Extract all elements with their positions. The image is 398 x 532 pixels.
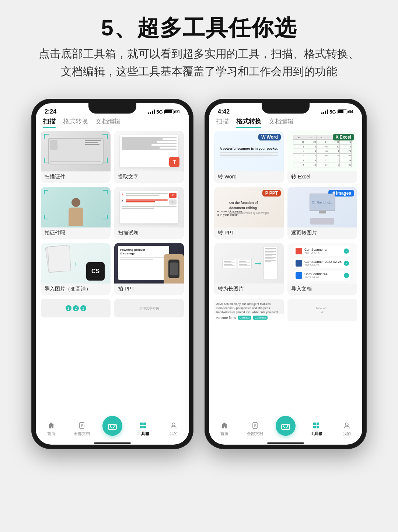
page-mini-2 bbox=[238, 258, 252, 268]
file-icon-pdf-1 bbox=[296, 248, 302, 254]
nav-camera-right[interactable] bbox=[275, 422, 297, 436]
grid-item-long[interactable]: → bbox=[214, 243, 284, 295]
nav-home-label-right: 首页 bbox=[220, 431, 228, 437]
partial-restore: All AI behind many our intelligent featu… bbox=[214, 299, 284, 321]
partial-left-2: 水印文字示例 bbox=[114, 299, 184, 317]
signal-label-right: 5G bbox=[329, 109, 336, 115]
bar4 bbox=[154, 109, 155, 114]
notch-right bbox=[262, 103, 310, 114]
ppt-label: 转 PPT bbox=[214, 227, 284, 239]
file-name-3: CamScanner44 bbox=[304, 272, 342, 276]
grid-item-images[interactable]: 🖼 Images On the funct... bbox=[287, 187, 357, 239]
camera-btn-left[interactable] bbox=[102, 416, 122, 436]
scan-id-image bbox=[41, 131, 111, 171]
status-icons-right: 5G 64 bbox=[321, 109, 353, 115]
phones-row: 2:24 5G 91 bbox=[31, 99, 367, 449]
grid-item-portrait[interactable]: 拍证件照 bbox=[41, 187, 111, 239]
notch-left bbox=[88, 103, 136, 114]
tools-icon-right bbox=[312, 421, 321, 430]
tab-edit-left[interactable]: 文档编辑 bbox=[95, 117, 121, 128]
rbar4 bbox=[327, 109, 328, 114]
restore-tag-2: Contrast bbox=[253, 316, 268, 320]
partial-items-left: 1 2 3 水印文字示例 bbox=[41, 299, 184, 317]
file-date-1: 2021-12-15 bbox=[304, 251, 342, 255]
nav-tools-right[interactable]: 工具箱 bbox=[305, 421, 327, 437]
subtitle: 点击底部工具箱，就可以看到超多实用的工具，扫描、格式转换、 文档编辑，这些工具基… bbox=[39, 45, 359, 80]
import-image: CamScanner a 2021-12-15 ✓ CamScanne bbox=[287, 243, 357, 284]
grid-item-ppt-shoot[interactable]: Powering product& strategy bbox=[114, 243, 184, 295]
title-section: 5、超多工具任你选 点击底部工具箱，就可以看到超多实用的工具，扫描、格式转换、 … bbox=[39, 15, 359, 80]
nav-camera-left[interactable] bbox=[101, 422, 123, 436]
nav-tools-left[interactable]: 工具箱 bbox=[132, 421, 154, 437]
tab-convert-left[interactable]: 格式转换 bbox=[63, 117, 88, 128]
keyboard-icon bbox=[310, 218, 334, 225]
file-list: CamScanner a 2021-12-15 ✓ CamScanne bbox=[291, 244, 353, 283]
file-item-3: CamScanner44 2003-01-03 bbox=[293, 271, 351, 281]
pages-graphic bbox=[221, 257, 253, 270]
grid-item-word[interactable]: W Word A powerful scanner is in your poc… bbox=[214, 131, 284, 183]
file-item-2: CamScanner 2022-02-28 2022-02-28 ✓ bbox=[293, 258, 351, 268]
nav-docs-label-right: 全部文档 bbox=[247, 431, 263, 437]
ppt-image: P PPT On the function ofdocument editing… bbox=[214, 187, 284, 227]
nav-tools-label-left: 工具箱 bbox=[137, 431, 149, 437]
rbar3 bbox=[325, 111, 326, 114]
ppt-shoot-image: Powering product& strategy bbox=[114, 243, 184, 284]
excel-label: 转 Excel bbox=[287, 171, 357, 183]
scan-id-label: 扫描证件 bbox=[41, 171, 111, 183]
camera-btn-right[interactable] bbox=[276, 416, 296, 436]
long-label: 转为长图片 bbox=[214, 284, 284, 295]
tab-edit-right[interactable]: 文档编辑 bbox=[269, 117, 294, 128]
word-image: W Word A powerful scanner is in your poc… bbox=[214, 131, 284, 171]
profile-icon-right bbox=[342, 421, 351, 430]
subtitle-line1: 点击底部工具箱，就可以看到超多实用的工具，扫描、格式转换、 bbox=[39, 48, 359, 60]
word-badge: W Word bbox=[258, 134, 281, 140]
profile-icon-left bbox=[169, 421, 178, 430]
bar2 bbox=[150, 112, 151, 114]
grid-item-excel[interactable]: X Excel A B C D bbox=[287, 131, 357, 183]
rbar1 bbox=[321, 112, 322, 114]
import-label: 导入文档 bbox=[287, 284, 357, 295]
grid-item-import[interactable]: CamScanner a 2021-12-15 ✓ CamScanne bbox=[287, 243, 357, 295]
exam-image: 1. ✗ 2. bbox=[114, 187, 184, 227]
bottom-nav-right: 首页 全部文档 bbox=[209, 418, 362, 442]
nav-home-label-left: 首页 bbox=[47, 431, 55, 437]
file-info-2: CamScanner 2022-02-28 2022-02-28 bbox=[304, 260, 342, 267]
nav-profile-right[interactable]: 我的 bbox=[336, 421, 358, 437]
grid-item-exam[interactable]: 1. ✗ 2. bbox=[114, 187, 184, 239]
svg-point-18 bbox=[288, 425, 289, 425]
tab-convert-right[interactable]: 格式转换 bbox=[236, 117, 261, 128]
restore-tag-1: Context bbox=[238, 316, 252, 320]
nav-profile-left[interactable]: 我的 bbox=[163, 421, 185, 437]
tabs-left: 扫描 格式转换 文档编辑 bbox=[36, 117, 189, 128]
nav-docs-left[interactable]: 全部文档 bbox=[71, 421, 93, 437]
check-3 bbox=[344, 273, 349, 278]
tab-scan-right[interactable]: 扫描 bbox=[216, 117, 229, 128]
grid-item-ppt[interactable]: P PPT On the function ofdocument editing… bbox=[214, 187, 284, 239]
grid-item-cs[interactable]: ↓ CS 导入图片（变高清） bbox=[41, 243, 111, 295]
grid-item-extract[interactable]: T 提取文字 bbox=[114, 131, 184, 183]
status-icons-left: 5G 91 bbox=[148, 109, 180, 115]
tabs-right: 扫描 格式转换 文档编辑 bbox=[209, 117, 362, 128]
nav-docs-right[interactable]: 全部文档 bbox=[244, 421, 266, 437]
tab-scan-left[interactable]: 扫描 bbox=[43, 117, 56, 128]
svg-point-11 bbox=[172, 423, 175, 426]
portrait-image bbox=[41, 187, 111, 227]
nav-home-right[interactable]: 首页 bbox=[213, 421, 235, 437]
file-date-2: 2022-02-28 bbox=[304, 264, 342, 267]
cs-label: 导入图片（变高清） bbox=[41, 284, 111, 295]
nav-home-left[interactable]: 首页 bbox=[40, 421, 62, 437]
nav-profile-label-right: 我的 bbox=[343, 431, 351, 437]
long-image: → bbox=[214, 243, 284, 284]
grid-item-scan-id[interactable]: 扫描证件 bbox=[41, 131, 111, 183]
battery-pct-left: 91 bbox=[175, 109, 180, 114]
home-indicator-left bbox=[36, 442, 189, 445]
cs-image: ↓ CS bbox=[41, 243, 111, 284]
phone-left-inner: 2:24 5G 91 bbox=[36, 103, 189, 445]
signal-label-left: 5G bbox=[156, 109, 163, 115]
bar1 bbox=[148, 112, 149, 114]
bar3 bbox=[152, 111, 153, 114]
grid-left: 扫描证件 bbox=[41, 131, 184, 295]
battery-fill-right bbox=[338, 110, 343, 113]
docs-icon-right bbox=[251, 421, 259, 430]
restore-bar: Restore fonts Context Contrast bbox=[214, 314, 284, 321]
